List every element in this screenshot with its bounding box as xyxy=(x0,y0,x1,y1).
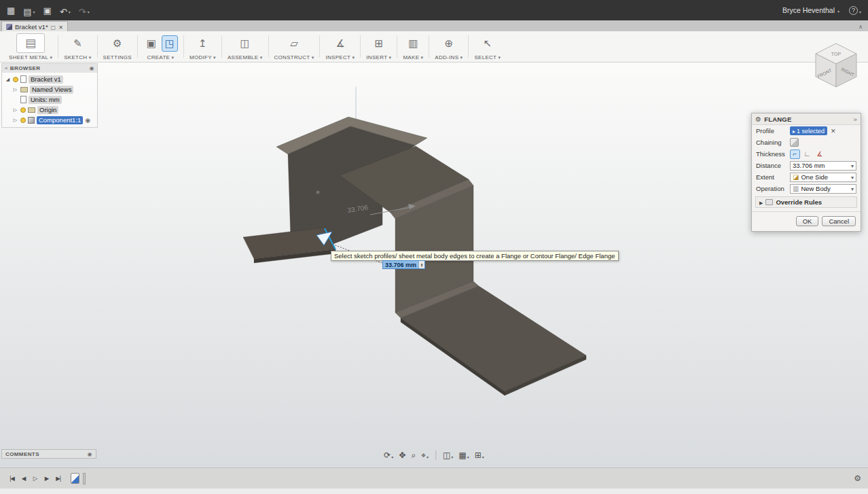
fit-icon[interactable]: ⌖▾ xyxy=(421,451,429,459)
expand-arrow-icon[interactable]: ▷ xyxy=(12,107,18,113)
toolbar-group-select[interactable]: ↖SELECT ▾ xyxy=(469,31,505,62)
add-ins-icon[interactable]: ⊕ xyxy=(441,35,457,52)
sketch-icon[interactable]: ✎ xyxy=(69,35,86,52)
file-menu-caret-icon[interactable] xyxy=(33,4,35,16)
flange-dialog-titlebar[interactable]: FLANGE xyxy=(752,113,861,125)
timeline-options-gear-icon[interactable] xyxy=(854,474,861,483)
comments-display-toggle-icon[interactable] xyxy=(88,451,92,457)
assemble-icon[interactable]: ◫ xyxy=(237,35,253,52)
play-icon[interactable]: ▷ xyxy=(30,474,40,484)
display-settings-icon[interactable]: ◫▾ xyxy=(443,451,453,459)
collapse-panel-icon[interactable] xyxy=(5,65,8,71)
dimension-spinner[interactable] xyxy=(418,261,424,268)
tab-restore-icon[interactable] xyxy=(51,23,56,31)
override-rules-section[interactable]: Override Rules xyxy=(755,196,857,208)
panel-display-toggle-icon[interactable] xyxy=(90,65,94,71)
thickness-flip-icon[interactable] xyxy=(814,149,825,159)
insert-icon[interactable]: ⊞ xyxy=(371,35,387,52)
save-icon[interactable] xyxy=(43,6,52,15)
help-menu[interactable] xyxy=(849,4,861,16)
3d-viewport[interactable]: 33.706 xyxy=(0,63,868,467)
activate-component-icon[interactable] xyxy=(85,117,90,124)
create-solid-icon[interactable]: ▣ xyxy=(143,35,160,52)
flange-feature-marker[interactable] xyxy=(71,473,79,484)
visibility-bulb-icon[interactable] xyxy=(13,77,18,82)
distance-input[interactable]: 33.706 mm xyxy=(790,161,856,171)
modify-icon[interactable]: ↥ xyxy=(194,35,211,52)
spinner-down-icon[interactable] xyxy=(421,265,423,267)
user-account-menu[interactable]: Bryce Heventhal xyxy=(782,6,839,14)
browser-item-bracket-v1[interactable]: ◢Bracket v1 xyxy=(2,74,97,84)
browser-item-label[interactable]: Named Views xyxy=(30,86,73,94)
make-icon[interactable]: ▥ xyxy=(405,35,421,52)
browser-item-label[interactable]: Component1:1 xyxy=(37,116,83,124)
toolbar-group-settings[interactable]: ⚙SETTINGS xyxy=(98,31,137,62)
extent-dropdown[interactable]: One Side xyxy=(790,173,856,182)
browser-item-label[interactable]: Origin xyxy=(37,106,58,114)
go-to-start-icon[interactable]: |◀ xyxy=(7,474,17,484)
redo-caret-icon[interactable] xyxy=(88,4,90,16)
toolbar-group-sketch[interactable]: ✎SKETCH ▾ xyxy=(59,31,96,62)
ok-button[interactable]: OK xyxy=(796,216,819,226)
toolbar-group-inspect[interactable]: ∡INSPECT ▾ xyxy=(321,31,359,62)
profile-selected-chip[interactable]: 1 selected xyxy=(790,126,827,135)
comments-panel[interactable]: COMMENTS xyxy=(1,449,96,459)
app-launcher-grid-icon[interactable] xyxy=(7,6,15,15)
thickness-symmetric-icon[interactable] xyxy=(802,149,812,159)
collapse-toolbar-icon[interactable] xyxy=(858,24,867,30)
viewports-icon[interactable]: ⊞▾ xyxy=(475,451,484,459)
browser-item-units-mm[interactable]: Units: mm xyxy=(2,94,97,105)
browser-panel-header[interactable]: BROWSER xyxy=(2,64,97,73)
toolbar-group-construct[interactable]: ▱CONSTRUCT ▾ xyxy=(270,31,319,62)
visibility-bulb-icon[interactable] xyxy=(20,118,26,123)
collapse-arrow-icon[interactable]: ◢ xyxy=(5,77,11,82)
origin-point[interactable] xyxy=(316,190,320,194)
document-tab[interactable]: Bracket v1* xyxy=(1,21,68,31)
inspect-icon[interactable]: ∡ xyxy=(332,35,348,52)
browser-item-label[interactable]: Units: mm xyxy=(29,96,62,104)
operation-dropdown-caret-icon[interactable] xyxy=(851,185,854,192)
grid-snap-icon[interactable]: ▦▾ xyxy=(458,451,469,459)
distance-value[interactable]: 33.706 mm xyxy=(793,162,825,169)
toolbar-group-sheet-metal[interactable]: ▤SHEET METAL ▾ xyxy=(4,31,57,62)
toolbar-group-insert[interactable]: ⊞INSERT ▾ xyxy=(361,31,396,62)
dialog-undock-icon[interactable] xyxy=(854,116,857,123)
construct-icon[interactable]: ▱ xyxy=(286,35,302,52)
step-forward-icon[interactable]: ▶ xyxy=(41,474,52,484)
tab-close-icon[interactable] xyxy=(58,23,63,31)
toolbar-group-assemble[interactable]: ◫ASSEMBLE ▾ xyxy=(223,31,268,62)
extent-dropdown-caret-icon[interactable] xyxy=(851,173,854,181)
operation-dropdown[interactable]: New Body xyxy=(790,184,856,194)
toolbar-group-modify[interactable]: ↥MODIFY ▾ xyxy=(185,31,221,62)
chaining-toggle-icon[interactable] xyxy=(790,138,799,147)
step-back-icon[interactable]: ◀ xyxy=(18,474,29,484)
browser-item-origin[interactable]: ▷Origin xyxy=(2,105,97,115)
viewport-canvas[interactable]: 33.706 xyxy=(0,63,868,467)
visibility-bulb-icon[interactable] xyxy=(20,107,26,113)
clear-selection-icon[interactable] xyxy=(831,127,836,135)
browser-item-component1-1[interactable]: ▷Component1:1 xyxy=(2,115,97,125)
toolbar-group-add-ins[interactable]: ⊕ADD-INS ▾ xyxy=(430,31,467,62)
undo-caret-icon[interactable] xyxy=(69,4,71,16)
expand-arrow-icon[interactable]: ▷ xyxy=(12,87,18,92)
browser-item-label[interactable]: Bracket v1 xyxy=(29,75,63,84)
toolbar-group-make[interactable]: ▥MAKE ▾ xyxy=(398,31,428,62)
go-to-end-icon[interactable]: ▶| xyxy=(53,474,63,484)
redo-button[interactable] xyxy=(79,4,90,16)
dimension-input-value[interactable]: 33.706 mm xyxy=(383,261,418,268)
orbit-icon[interactable]: ⟳▾ xyxy=(384,451,393,459)
zoom-icon[interactable]: ⌕ xyxy=(411,451,416,459)
viewcube[interactable]: TOP FRONT RIGHT xyxy=(810,35,863,92)
file-menu[interactable] xyxy=(23,4,35,16)
browser-item-named-views[interactable]: ▷Named Views xyxy=(2,84,97,94)
thickness-side-one-icon[interactable] xyxy=(790,149,800,159)
sheet-metal-workspace-icon[interactable]: ▤ xyxy=(16,33,45,53)
distance-dropdown-caret-icon[interactable] xyxy=(851,162,854,169)
expand-section-arrow-icon[interactable] xyxy=(759,198,763,206)
select-icon[interactable]: ↖ xyxy=(480,35,496,52)
pan-icon[interactable]: ✥ xyxy=(399,451,405,459)
timeline-position-marker[interactable] xyxy=(83,473,86,484)
cancel-button[interactable]: Cancel xyxy=(822,216,856,226)
undo-button[interactable] xyxy=(60,4,71,16)
dimension-input[interactable]: 33.706 mm xyxy=(382,260,425,269)
